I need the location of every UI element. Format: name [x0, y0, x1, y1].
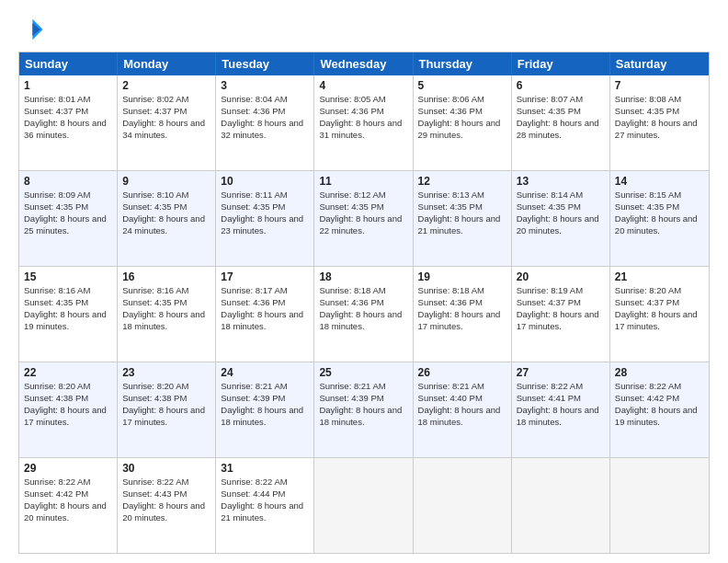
day-cell-3: 3Sunrise: 8:04 AMSunset: 4:36 PMDaylight… [216, 75, 314, 170]
sunrise-text: Sunrise: 8:15 AM [615, 190, 681, 200]
day-number: 5 [418, 78, 506, 93]
day-number: 15 [24, 270, 112, 284]
daylight-text: Daylight: 8 hours and 18 minutes. [319, 405, 402, 427]
header-day-thursday: Thursday [414, 52, 512, 75]
day-cell-15: 15Sunrise: 8:16 AMSunset: 4:35 PMDayligh… [19, 267, 118, 362]
header-day-wednesday: Wednesday [314, 52, 413, 75]
daylight-text: Daylight: 8 hours and 23 minutes. [221, 213, 303, 236]
daylight-text: Daylight: 8 hours and 19 minutes. [24, 309, 107, 331]
header-day-sunday: Sunday [19, 52, 118, 75]
day-number: 26 [418, 365, 506, 380]
sunset-text: Sunset: 4:36 PM [319, 106, 383, 116]
empty-cell [414, 458, 512, 553]
sunset-text: Sunset: 4:35 PM [24, 297, 88, 307]
day-cell-12: 12Sunrise: 8:13 AMSunset: 4:35 PMDayligh… [414, 171, 512, 266]
header [18, 17, 710, 42]
day-number: 24 [221, 365, 309, 380]
sunset-text: Sunset: 4:35 PM [122, 201, 187, 212]
sunset-text: Sunset: 4:42 PM [615, 393, 679, 403]
sunset-text: Sunset: 4:36 PM [221, 106, 285, 116]
header-day-monday: Monday [118, 52, 216, 75]
daylight-text: Daylight: 8 hours and 22 minutes. [319, 213, 402, 236]
sunset-text: Sunset: 4:35 PM [24, 201, 88, 212]
sunset-text: Sunset: 4:41 PM [517, 393, 581, 403]
daylight-text: Daylight: 8 hours and 31 minutes. [319, 118, 402, 140]
day-cell-10: 10Sunrise: 8:11 AMSunset: 4:35 PMDayligh… [216, 171, 314, 266]
logo [18, 17, 48, 42]
sunrise-text: Sunrise: 8:22 AM [615, 381, 681, 391]
daylight-text: Daylight: 8 hours and 34 minutes. [122, 118, 205, 140]
sunrise-text: Sunrise: 8:20 AM [122, 381, 188, 391]
day-number: 11 [319, 174, 407, 189]
calendar-row-2: 8Sunrise: 8:09 AMSunset: 4:35 PMDaylight… [19, 170, 709, 266]
sunset-text: Sunset: 4:40 PM [418, 393, 483, 403]
sunrise-text: Sunrise: 8:22 AM [517, 381, 583, 391]
daylight-text: Daylight: 8 hours and 20 minutes. [615, 213, 698, 236]
sunrise-text: Sunrise: 8:09 AM [24, 190, 90, 200]
daylight-text: Daylight: 8 hours and 17 minutes. [122, 405, 205, 427]
sunrise-text: Sunrise: 8:10 AM [122, 190, 188, 200]
logo-icon [18, 17, 44, 42]
daylight-text: Daylight: 8 hours and 24 minutes. [122, 213, 205, 236]
daylight-text: Daylight: 8 hours and 18 minutes. [319, 309, 402, 331]
daylight-text: Daylight: 8 hours and 18 minutes. [418, 405, 501, 427]
sunrise-text: Sunrise: 8:21 AM [319, 381, 385, 391]
sunset-text: Sunset: 4:37 PM [517, 297, 581, 307]
day-number: 31 [221, 461, 309, 476]
day-cell-28: 28Sunrise: 8:22 AMSunset: 4:42 PMDayligh… [610, 362, 709, 457]
day-cell-29: 29Sunrise: 8:22 AMSunset: 4:42 PMDayligh… [19, 458, 118, 553]
sunrise-text: Sunrise: 8:20 AM [24, 381, 90, 391]
sunrise-text: Sunrise: 8:21 AM [221, 381, 287, 391]
day-number: 23 [122, 365, 210, 380]
daylight-text: Daylight: 8 hours and 17 minutes. [418, 309, 501, 331]
daylight-text: Daylight: 8 hours and 18 minutes. [122, 309, 205, 331]
daylight-text: Daylight: 8 hours and 20 minutes. [24, 500, 107, 523]
sunrise-text: Sunrise: 8:20 AM [615, 285, 681, 295]
sunrise-text: Sunrise: 8:18 AM [418, 285, 484, 295]
sunrise-text: Sunrise: 8:17 AM [221, 285, 287, 295]
calendar-row-4: 22Sunrise: 8:20 AMSunset: 4:38 PMDayligh… [19, 362, 709, 457]
calendar-body: 1Sunrise: 8:01 AMSunset: 4:37 PMDaylight… [19, 75, 709, 553]
day-number: 1 [24, 78, 112, 93]
sunset-text: Sunset: 4:43 PM [122, 488, 187, 499]
sunrise-text: Sunrise: 8:21 AM [418, 381, 484, 391]
sunrise-text: Sunrise: 8:16 AM [122, 285, 188, 295]
sunset-text: Sunset: 4:39 PM [221, 393, 285, 403]
day-cell-20: 20Sunrise: 8:19 AMSunset: 4:37 PMDayligh… [512, 267, 610, 362]
sunrise-text: Sunrise: 8:11 AM [221, 190, 287, 200]
sunset-text: Sunset: 4:35 PM [221, 201, 285, 212]
day-number: 8 [24, 174, 112, 189]
day-cell-14: 14Sunrise: 8:15 AMSunset: 4:35 PMDayligh… [610, 171, 709, 266]
day-cell-24: 24Sunrise: 8:21 AMSunset: 4:39 PMDayligh… [216, 362, 314, 457]
day-number: 22 [24, 365, 112, 380]
day-cell-8: 8Sunrise: 8:09 AMSunset: 4:35 PMDaylight… [19, 171, 118, 266]
header-day-saturday: Saturday [610, 52, 709, 75]
day-cell-11: 11Sunrise: 8:12 AMSunset: 4:35 PMDayligh… [314, 171, 413, 266]
sunrise-text: Sunrise: 8:08 AM [615, 94, 681, 104]
sunset-text: Sunset: 4:38 PM [24, 393, 88, 403]
daylight-text: Daylight: 8 hours and 17 minutes. [24, 405, 107, 427]
sunrise-text: Sunrise: 8:06 AM [418, 94, 484, 104]
day-cell-13: 13Sunrise: 8:14 AMSunset: 4:35 PMDayligh… [512, 171, 610, 266]
sunset-text: Sunset: 4:36 PM [319, 297, 383, 307]
daylight-text: Daylight: 8 hours and 27 minutes. [615, 118, 698, 140]
daylight-text: Daylight: 8 hours and 20 minutes. [122, 500, 205, 523]
sunset-text: Sunset: 4:35 PM [615, 106, 679, 116]
day-number: 21 [615, 270, 704, 284]
day-number: 6 [517, 78, 605, 93]
calendar-row-1: 1Sunrise: 8:01 AMSunset: 4:37 PMDaylight… [19, 75, 709, 170]
day-number: 17 [221, 270, 309, 284]
page: SundayMondayTuesdayWednesdayThursdayFrid… [0, 0, 728, 563]
day-cell-9: 9Sunrise: 8:10 AMSunset: 4:35 PMDaylight… [118, 171, 216, 266]
sunrise-text: Sunrise: 8:05 AM [319, 94, 385, 104]
sunrise-text: Sunrise: 8:13 AM [418, 190, 484, 200]
sunset-text: Sunset: 4:36 PM [221, 297, 285, 307]
header-day-friday: Friday [512, 52, 610, 75]
calendar: SundayMondayTuesdayWednesdayThursdayFrid… [18, 52, 710, 554]
daylight-text: Daylight: 8 hours and 25 minutes. [24, 213, 107, 236]
daylight-text: Daylight: 8 hours and 18 minutes. [221, 405, 303, 427]
sunrise-text: Sunrise: 8:19 AM [517, 285, 583, 295]
empty-cell [314, 458, 413, 553]
sunset-text: Sunset: 4:36 PM [418, 297, 483, 307]
day-number: 3 [221, 78, 309, 93]
